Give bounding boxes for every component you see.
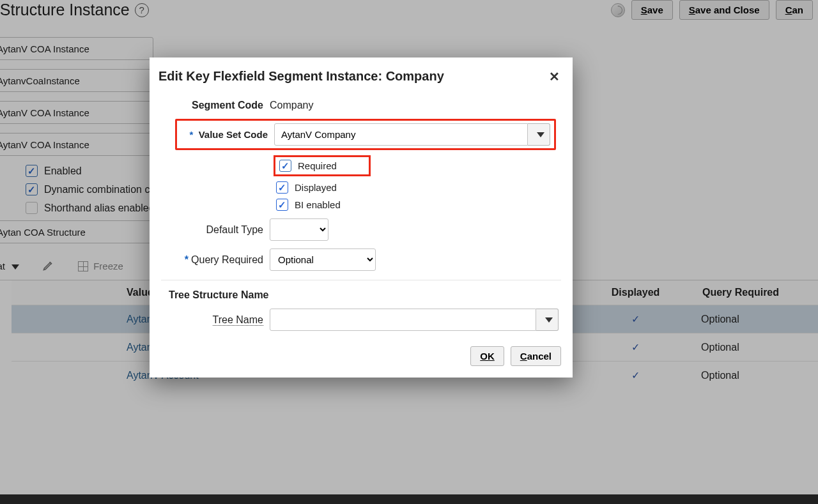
tree-structure-section: Tree Structure Name <box>169 289 561 301</box>
default-type-select[interactable] <box>270 218 328 241</box>
required-star-icon: * <box>185 254 189 265</box>
close-icon[interactable]: ✕ <box>549 69 560 84</box>
segment-code-value: Company <box>270 100 313 111</box>
value-set-code-input[interactable] <box>274 123 528 146</box>
segment-code-label: Segment Code <box>161 100 270 111</box>
modal-title: Edit Key Flexfield Segment Instance: Com… <box>158 69 444 84</box>
tree-name-dropdown[interactable] <box>536 309 559 331</box>
value-set-code-label: Value Set Code <box>199 129 268 140</box>
edit-segment-modal: Edit Key Flexfield Segment Instance: Com… <box>150 57 573 378</box>
value-set-code-dropdown[interactable] <box>528 123 550 146</box>
bi-enabled-label: BI enabled <box>295 199 341 210</box>
chevron-down-icon <box>545 317 553 323</box>
chevron-down-icon <box>537 132 544 137</box>
required-checkbox[interactable]: ✓ <box>279 160 291 172</box>
default-type-label: Default Type <box>161 224 270 236</box>
displayed-checkbox[interactable]: ✓ <box>276 181 288 194</box>
tree-name-input[interactable] <box>270 309 536 331</box>
query-required-label: *Query Required <box>161 254 270 266</box>
required-highlight: ✓ Required <box>274 155 371 176</box>
bi-enabled-checkbox[interactable]: ✓ <box>276 199 288 211</box>
ok-button[interactable]: OK <box>470 346 504 366</box>
query-required-select[interactable]: Optional <box>270 248 376 271</box>
required-star-icon: * <box>190 129 194 140</box>
cancel-button[interactable]: Cancel <box>511 346 561 366</box>
displayed-label: Displayed <box>295 182 337 193</box>
required-label: Required <box>298 160 337 171</box>
tree-name-label: Tree Name <box>161 314 270 326</box>
